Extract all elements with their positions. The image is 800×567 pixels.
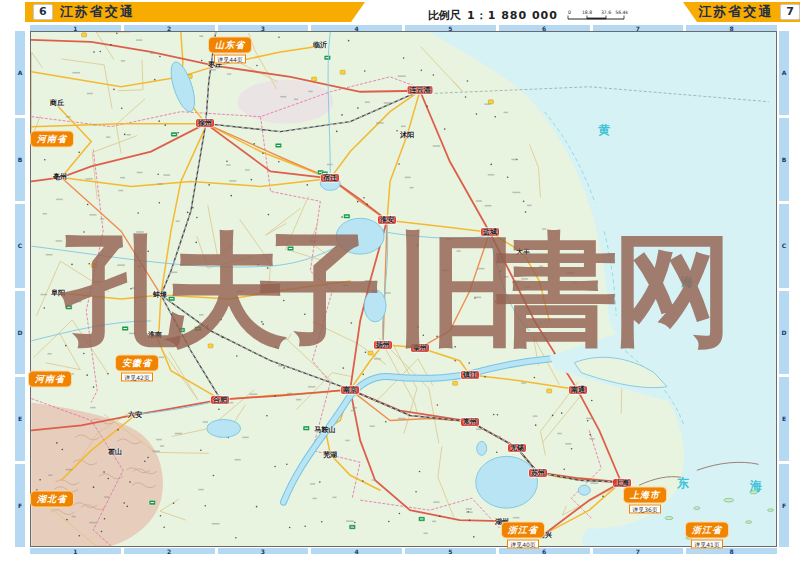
tiny-label-mark — [485, 205, 492, 206]
town-dot — [66, 519, 68, 521]
town-dot — [348, 40, 350, 42]
tiny-label-mark — [156, 439, 162, 440]
tiny-label-mark — [72, 72, 80, 73]
tiny-label-mark — [280, 96, 286, 97]
tiny-label-mark — [590, 482, 598, 483]
town-dot — [304, 313, 306, 315]
town-dot — [221, 337, 223, 339]
grid-index-label: E — [779, 377, 789, 461]
town-dot — [439, 516, 441, 518]
town-dot — [321, 521, 323, 523]
town-dot — [126, 506, 128, 508]
town-dot — [103, 471, 105, 473]
grid-strip-bottom: 12345678 — [30, 548, 777, 554]
town-dot — [147, 457, 149, 459]
tiny-label-mark — [129, 333, 137, 334]
town-dot — [159, 56, 161, 58]
tiny-label-mark — [370, 425, 375, 426]
tiny-label-mark — [136, 231, 144, 232]
town-dot — [274, 395, 276, 397]
town-dot — [256, 506, 258, 508]
town-dot — [268, 214, 270, 216]
shield-mark — [151, 502, 154, 503]
town-dot — [396, 130, 398, 132]
town-dot — [93, 486, 95, 488]
town-dot — [490, 164, 492, 166]
grid-index-label: 3 — [218, 548, 309, 554]
town-dot — [99, 51, 101, 53]
town-dot — [204, 505, 206, 507]
town-dot — [88, 263, 90, 265]
town-dot — [362, 374, 364, 376]
tiny-label-mark — [86, 178, 93, 179]
tiny-label-mark — [212, 523, 220, 524]
tiny-label-mark — [308, 386, 315, 387]
town-dot — [385, 421, 387, 423]
tiny-label-mark — [533, 415, 538, 416]
town-dot — [341, 216, 343, 218]
town-dot — [160, 515, 162, 517]
town-dot — [123, 502, 125, 504]
town-dot — [571, 448, 573, 450]
tiny-label-mark — [176, 220, 180, 221]
tiny-label-mark — [565, 443, 571, 444]
town-dot — [107, 478, 109, 480]
tiny-label-mark — [409, 187, 413, 188]
town-dot — [399, 513, 401, 515]
town-dot — [187, 212, 189, 214]
town-dot — [266, 415, 268, 417]
tiny-label-mark — [476, 429, 482, 430]
town-dot — [93, 51, 95, 53]
town-dot — [173, 502, 175, 504]
tiny-label-mark — [242, 437, 248, 438]
tiny-label-mark — [512, 192, 520, 193]
shield-mark — [289, 248, 292, 249]
town-dot — [201, 60, 203, 62]
tiny-label-mark — [211, 69, 216, 70]
town-dot — [357, 107, 359, 109]
grid-index-label: C — [15, 204, 25, 288]
town-dot — [83, 353, 85, 355]
town-dot — [589, 434, 591, 436]
tiny-label-mark — [136, 39, 142, 40]
page-number-left: 6 — [33, 4, 53, 20]
scale-tick-label: 0 — [568, 10, 571, 15]
yellow-route-shield — [91, 264, 96, 268]
tiny-label-mark — [484, 103, 490, 104]
town-dot — [465, 422, 467, 424]
town-dot — [454, 346, 456, 348]
town-dot — [44, 307, 46, 309]
town-dot — [417, 326, 419, 328]
tiny-label-mark — [456, 250, 460, 251]
tiny-label-mark — [466, 508, 472, 509]
grid-index-label: 1 — [30, 548, 121, 554]
tiny-label-mark — [586, 418, 594, 419]
tiny-label-mark — [345, 440, 349, 441]
map-canvas — [30, 31, 777, 547]
grid-index-label: B — [779, 118, 789, 202]
town-dot — [158, 120, 160, 122]
tiny-label-mark — [495, 436, 501, 437]
grid-index-label: 6 — [499, 548, 590, 554]
tiny-label-mark — [215, 67, 219, 68]
town-dot — [236, 355, 238, 357]
town-dot — [341, 114, 343, 116]
town-dot — [218, 408, 220, 410]
tiny-label-mark — [424, 533, 428, 534]
tiny-label-mark — [365, 101, 370, 102]
tiny-label-mark — [229, 402, 233, 403]
tiny-label-mark — [87, 93, 93, 94]
tiny-label-mark — [237, 291, 243, 292]
town-dot — [213, 475, 215, 477]
tiny-label-mark — [310, 483, 315, 484]
grid-index-label: 8 — [686, 548, 777, 554]
town-dot — [207, 325, 209, 327]
town-dot — [137, 212, 139, 214]
tiny-label-mark — [567, 272, 574, 273]
tiny-label-mark — [150, 52, 155, 53]
tiny-label-mark — [384, 102, 391, 103]
tiny-label-mark — [376, 122, 384, 123]
tiny-label-mark — [488, 174, 494, 175]
yellow-route-shield — [340, 70, 345, 74]
tiny-label-mark — [521, 382, 526, 383]
